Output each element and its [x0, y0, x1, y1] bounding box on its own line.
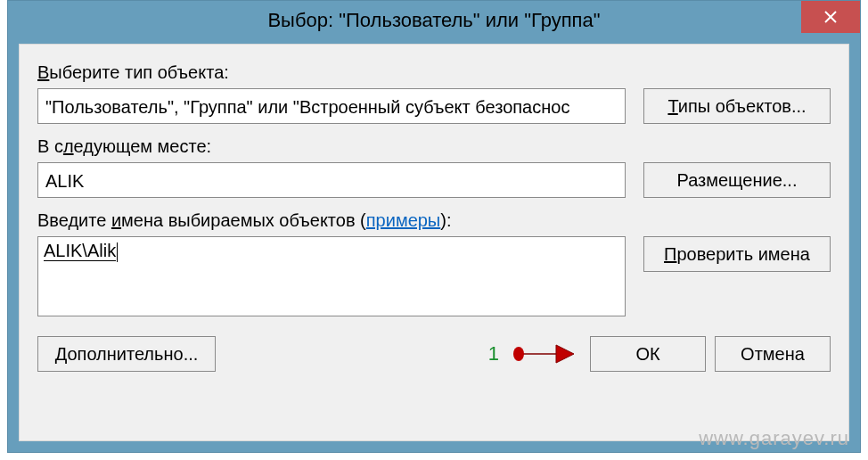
window-title: Выбор: "Пользователь" или "Группа"	[267, 1, 600, 40]
cancel-button[interactable]: Отмена	[715, 336, 831, 372]
dialog-client-area: Выберите тип объекта: "Пользователь", "Г…	[19, 44, 849, 441]
examples-link[interactable]: примеры	[366, 210, 441, 230]
check-names-button[interactable]: Проверить имена	[643, 236, 831, 272]
text-caret	[117, 242, 118, 262]
annotation-number: 1	[488, 342, 499, 366]
titlebar: Выбор: "Пользователь" или "Группа"	[8, 1, 860, 40]
close-icon	[823, 10, 838, 24]
object-type-label: Выберите тип объекта:	[37, 62, 831, 83]
object-types-button[interactable]: Типы объектов...	[643, 88, 831, 124]
close-button[interactable]	[801, 1, 860, 33]
locations-button[interactable]: Размещение...	[643, 162, 831, 198]
location-field: ALIK	[37, 162, 626, 198]
annotation-arrow-icon	[513, 341, 576, 366]
advanced-button[interactable]: Дополнительно...	[37, 336, 216, 372]
names-label: Введите имена выбираемых объектов (приме…	[37, 210, 831, 231]
location-label: В следующем месте:	[37, 136, 831, 157]
object-type-field: "Пользователь", "Группа" или "Встроенный…	[37, 88, 626, 124]
ok-button[interactable]: ОК	[590, 336, 706, 372]
dialog-window: Выбор: "Пользователь" или "Группа" Выбер…	[7, 0, 861, 453]
svg-point-2	[513, 347, 524, 361]
object-names-input[interactable]: ALIK\Alik	[37, 236, 626, 316]
